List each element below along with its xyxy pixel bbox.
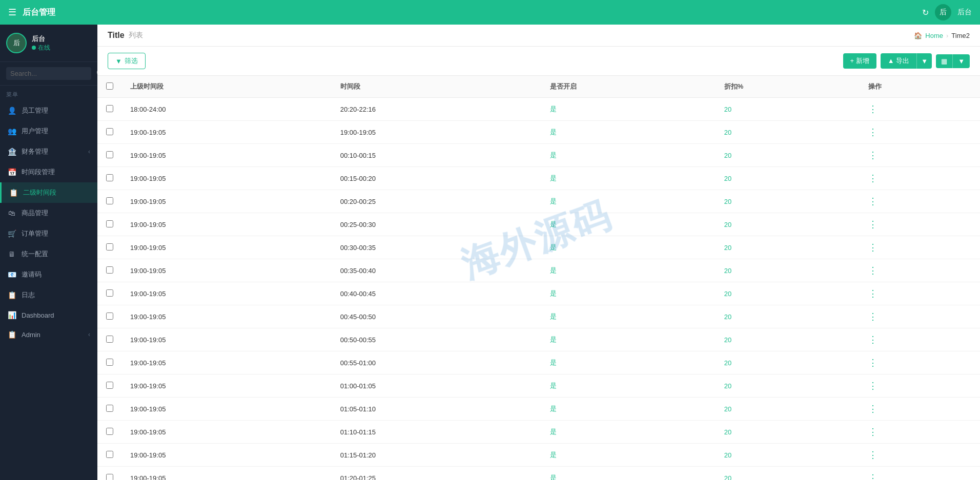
action-menu-icon[interactable]: ⋮ — [868, 381, 878, 391]
toolbar-right: + 新增 ▲ 导出 ▼ ▦ ▼ — [843, 53, 970, 69]
filter-button[interactable]: ▼ 筛选 — [108, 53, 146, 69]
row-checkbox-cell — [97, 144, 122, 167]
action-menu-icon[interactable]: ⋮ — [868, 104, 878, 114]
search-input[interactable] — [10, 70, 96, 77]
row-checkbox[interactable] — [106, 243, 113, 251]
row-checkbox[interactable] — [106, 266, 113, 274]
refresh-icon[interactable]: ↻ — [922, 8, 929, 17]
sidebar-item-invite[interactable]: 📧 邀请码 — [0, 264, 97, 285]
data-table: 上级时间段 时间段 是否开启 折扣% 操作 18:00-24:00 20:20-… — [97, 76, 980, 480]
table-row: 19:00-19:05 00:20-00:25 是 20 ⋮ — [97, 190, 980, 213]
row-checkbox[interactable] — [106, 428, 113, 435]
action-menu-icon[interactable]: ⋮ — [868, 427, 878, 437]
row-parent: 19:00-19:05 — [122, 467, 332, 481]
columns-button[interactable]: ▦ — [936, 54, 953, 68]
row-checkbox[interactable] — [106, 312, 113, 320]
row-checkbox[interactable] — [106, 289, 113, 297]
row-checkbox[interactable] — [106, 336, 113, 343]
action-menu-icon[interactable]: ⋮ — [868, 311, 878, 322]
row-enabled: 是 — [542, 213, 716, 236]
row-action: ⋮ — [860, 444, 980, 467]
row-checkbox[interactable] — [106, 174, 113, 181]
row-checkbox-cell — [97, 328, 122, 351]
table-row: 19:00-19:05 00:25-00:30 是 20 ⋮ — [97, 213, 980, 236]
action-menu-icon[interactable]: ⋮ — [868, 196, 878, 206]
row-discount: 20 — [716, 421, 860, 444]
row-checkbox[interactable] — [106, 382, 113, 389]
row-enabled: 是 — [542, 421, 716, 444]
action-menu-icon[interactable]: ⋮ — [868, 288, 878, 299]
sidebar-item-finance[interactable]: 🏦 财务管理 ‹ — [0, 141, 97, 162]
sidebar-item-timeslot[interactable]: 📅 时间段管理 — [0, 162, 97, 182]
row-slot: 00:10-00:15 — [332, 144, 542, 167]
sidebar-label-orders: 订单管理 — [22, 229, 90, 238]
second-timeslot-icon: 📋 — [9, 189, 18, 197]
row-checkbox[interactable] — [106, 151, 113, 158]
row-discount: 20 — [716, 328, 860, 351]
row-checkbox-cell — [97, 121, 122, 144]
select-all-checkbox[interactable] — [106, 82, 113, 90]
sidebar-item-admin[interactable]: 📋 Admin ‹ — [0, 325, 97, 344]
row-checkbox[interactable] — [106, 359, 113, 366]
row-checkbox[interactable] — [106, 474, 113, 481]
action-menu-icon[interactable]: ⋮ — [868, 358, 878, 368]
row-checkbox[interactable] — [106, 105, 113, 112]
hamburger-icon[interactable]: ☰ — [8, 7, 16, 18]
col-enabled: 是否开启 — [542, 76, 716, 98]
sidebar-label-second-timeslot: 二级时间段 — [23, 188, 90, 197]
sidebar-item-orders[interactable]: 🛒 订单管理 — [0, 223, 97, 244]
row-enabled: 是 — [542, 236, 716, 259]
row-discount: 20 — [716, 236, 860, 259]
breadcrumb-current: Time2 — [951, 32, 970, 39]
checkbox-header — [97, 76, 122, 98]
action-menu-icon[interactable]: ⋮ — [868, 242, 878, 253]
sidebar-item-logs[interactable]: 📋 日志 — [0, 285, 97, 305]
action-menu-icon[interactable]: ⋮ — [868, 404, 878, 414]
action-menu-icon[interactable]: ⋮ — [868, 173, 878, 183]
row-checkbox[interactable] — [106, 197, 113, 204]
row-enabled: 是 — [542, 467, 716, 481]
action-menu-icon[interactable]: ⋮ — [868, 265, 878, 276]
sidebar-item-staff[interactable]: 👤 员工管理 — [0, 100, 97, 121]
row-checkbox-cell — [97, 213, 122, 236]
row-action: ⋮ — [860, 398, 980, 421]
action-menu-icon[interactable]: ⋮ — [868, 127, 878, 137]
users-icon: 👥 — [7, 127, 16, 135]
export-dropdown-button[interactable]: ▼ — [917, 53, 932, 69]
sidebar: 后 后台 在线 🔍 菜单 👤 员工管理 👥 用户管理 — [0, 25, 97, 480]
row-parent: 19:00-19:05 — [122, 444, 332, 467]
columns-dropdown-button[interactable]: ▼ — [953, 54, 970, 68]
status-text: 在线 — [38, 44, 50, 52]
sidebar-item-users[interactable]: 👥 用户管理 — [0, 121, 97, 141]
sidebar-item-second-timeslot[interactable]: 📋 二级时间段 — [0, 182, 97, 203]
table-row: 18:00-24:00 20:20-22:16 是 20 ⋮ — [97, 98, 980, 121]
row-checkbox[interactable] — [106, 405, 113, 412]
action-menu-icon[interactable]: ⋮ — [868, 450, 878, 460]
row-parent: 19:00-19:05 — [122, 236, 332, 259]
staff-icon: 👤 — [7, 107, 16, 115]
row-discount: 20 — [716, 374, 860, 398]
add-button[interactable]: + 新增 — [843, 53, 876, 69]
row-parent: 19:00-19:05 — [122, 374, 332, 398]
page-title-wrap: Title 列表 — [108, 31, 143, 40]
breadcrumb-home[interactable]: Home — [925, 32, 943, 39]
row-checkbox[interactable] — [106, 451, 113, 458]
export-button[interactable]: ▲ 导出 — [881, 53, 917, 69]
action-menu-icon[interactable]: ⋮ — [868, 219, 878, 229]
sidebar-item-goods[interactable]: 🛍 商品管理 — [0, 203, 97, 223]
table-row: 19:00-19:05 01:20-01:25 是 20 ⋮ — [97, 467, 980, 481]
action-menu-icon[interactable]: ⋮ — [868, 335, 878, 345]
row-discount: 20 — [716, 167, 860, 190]
row-action: ⋮ — [860, 259, 980, 282]
action-menu-icon[interactable]: ⋮ — [868, 473, 878, 480]
sidebar-item-config[interactable]: 🖥 统一配置 — [0, 244, 97, 264]
row-enabled: 是 — [542, 351, 716, 374]
row-checkbox[interactable] — [106, 220, 113, 227]
row-checkbox[interactable] — [106, 128, 113, 135]
row-slot: 00:25-00:30 — [332, 213, 542, 236]
row-discount: 20 — [716, 121, 860, 144]
row-discount: 20 — [716, 98, 860, 121]
sidebar-label-config: 统一配置 — [22, 249, 90, 259]
sidebar-item-dashboard[interactable]: 📊 Dashboard — [0, 305, 97, 325]
action-menu-icon[interactable]: ⋮ — [868, 150, 878, 160]
